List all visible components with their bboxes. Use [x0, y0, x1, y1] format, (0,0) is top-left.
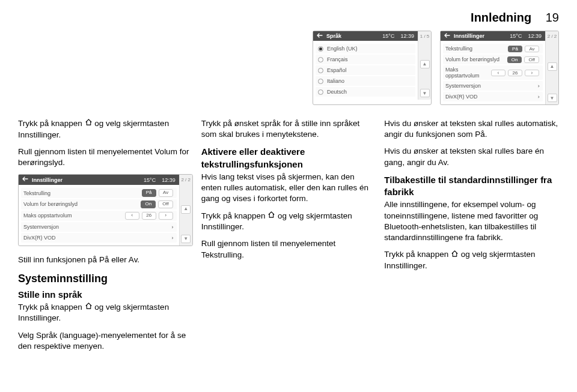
lang-label: Français [327, 56, 413, 62]
back-arrow-icon [444, 32, 450, 40]
screen-title: Språk [326, 33, 376, 39]
settings-row: TekstrullingPåAv [443, 44, 543, 53]
header-title: Innledning [471, 11, 531, 24]
radio-icon [318, 46, 323, 52]
stepper-left-icon: ‹ [125, 212, 139, 220]
back-arrow-icon [317, 32, 323, 40]
screen-scrollbar: 1 / 5 ▲ ▼ [418, 31, 431, 100]
row-label: Systemversjon [445, 83, 537, 89]
lang-label: Italiano [327, 78, 413, 84]
screen-clock: 12:39 [528, 33, 542, 39]
radio-icon [318, 68, 323, 73]
home-icon [85, 118, 93, 129]
screen-title: Innstillinger [32, 176, 138, 184]
chevron-right-icon: › [537, 83, 540, 89]
toggle-on: På [142, 189, 156, 197]
stepper-value: 26 [508, 70, 522, 76]
heading-tilbakestille: Tilbakestille til standardinnstillinger … [384, 174, 559, 199]
stepper-value: 26 [142, 212, 156, 220]
paragraph: Trykk på knappen og velg skjermtasten In… [384, 249, 559, 271]
radio-icon [318, 89, 323, 95]
screenshot-settings-menu: Innstillinger 15°C 12:39 TekstrullingPåA… [18, 174, 193, 246]
column-2: Trykk på ønsket språk for å stille inn s… [201, 118, 376, 358]
text: Trykk på knappen [384, 250, 451, 259]
settings-row: Maks oppstartvolum‹26› [443, 65, 543, 80]
screen-temp: 15°C [382, 33, 394, 39]
screen-clock: 12:39 [162, 176, 176, 184]
row-label: Tekstrulling [23, 190, 141, 197]
heading-stille-inn-sprak: Stille inn språk [18, 289, 193, 301]
page-header: Innledning 19 [18, 11, 559, 25]
toggle-off: Av [159, 189, 173, 197]
row-label: Volum for berøringslyd [23, 201, 139, 208]
page-indicator: 1 / 5 [420, 34, 430, 39]
radio-icon [318, 57, 323, 62]
lang-label: Español [327, 67, 413, 73]
scroll-down-icon: ▼ [420, 89, 430, 97]
settings-row: DivX(R) VOD› [21, 233, 177, 243]
column-1: Trykk på knappen og velg skjermtasten In… [18, 118, 193, 358]
screen-temp: 15°C [510, 33, 522, 39]
screenshot-settings-menu: Innstillinger 15°C 12:39 TekstrullingPåA… [440, 31, 559, 105]
scroll-up-icon: ▲ [548, 62, 557, 71]
stepper-right-icon: › [159, 212, 173, 220]
row-label: Maks oppstartvolum [445, 67, 490, 79]
settings-row: Volum for berøringslydOnOff [21, 199, 177, 210]
home-icon [267, 211, 275, 222]
row-label: Tekstrulling [445, 46, 507, 52]
lang-row: English (UK) [316, 44, 415, 53]
screen-list: TekstrullingPåAv Volum for berøringslydO… [19, 185, 179, 246]
settings-row: Volum for berøringslydOnOff [443, 55, 543, 64]
screen-titlebar: Språk 15°C 12:39 [313, 31, 418, 41]
scroll-up-icon: ▲ [420, 60, 430, 68]
paragraph: Still inn funksjonen på På eller Av. [18, 255, 193, 265]
settings-row: Systemversjon› [443, 81, 543, 91]
page-indicator: 2 / 2 [548, 34, 557, 39]
heading-systeminnstilling: Systeminnstilling [18, 271, 193, 286]
row-label: Maks oppstartvolum [23, 212, 124, 219]
paragraph: Trykk på ønsket språk for å stille inn s… [201, 118, 376, 140]
paragraph: Rull gjennom listen til menyelementet Te… [201, 238, 376, 260]
paragraph: Rull gjennom listen til menyelementet Vo… [18, 146, 193, 168]
page-indicator: 2 / 2 [181, 177, 191, 184]
scroll-down-icon: ▼ [548, 94, 557, 102]
screen-temp: 15°C [144, 176, 156, 184]
heading-tekstrulling: Aktivere eller deaktivere tekstrullingsf… [201, 146, 376, 170]
paragraph: Velg Språk (language)-menyelementet for … [18, 330, 193, 352]
settings-row: TekstrullingPåAv [21, 188, 177, 198]
lang-row: Italiano [316, 76, 415, 86]
paragraph: Alle innstillingene, for eksempel volum-… [384, 199, 559, 243]
paragraph: Trykk på knappen og velg skjermtasten In… [18, 302, 193, 324]
screen-titlebar: Innstillinger 15°C 12:39 [19, 175, 179, 185]
text: Trykk på knappen [18, 303, 85, 312]
radio-icon [318, 79, 323, 84]
paragraph: Trykk på knappen og velg skjermtasten In… [18, 118, 193, 140]
screen-list: English (UK) Français Español Italiano D… [313, 41, 418, 100]
lang-row: Deutsch [316, 87, 415, 97]
column-3: Hvis du ønsker at teksten skal rulles au… [384, 118, 559, 358]
screenshot-language-menu: Språk 15°C 12:39 English (UK) Français E… [313, 31, 432, 105]
toggle-off: Av [525, 46, 539, 52]
row-label: Volum for berøringslyd [445, 56, 506, 62]
toggle-off: Off [524, 56, 539, 63]
scroll-up-icon: ▲ [181, 205, 191, 214]
paragraph: Hvis lang tekst vises på skjermen, kan d… [201, 172, 376, 205]
text: Trykk på knappen [18, 119, 85, 128]
row-label: DivX(R) VOD [23, 234, 171, 241]
chevron-right-icon: › [171, 223, 174, 231]
stepper-right-icon: › [525, 70, 539, 76]
screen-titlebar: Innstillinger 15°C 12:39 [441, 31, 545, 41]
settings-row: DivX(R) VOD› [443, 92, 543, 101]
row-label: Systemversjon [23, 223, 171, 231]
lang-row: Français [316, 55, 415, 64]
toggle-on: On [141, 201, 156, 208]
screen-list: TekstrullingPåAv Volum for berøringslydO… [441, 41, 545, 104]
lang-row: Español [316, 65, 415, 75]
home-icon [85, 302, 93, 313]
home-icon [451, 250, 459, 261]
scroll-down-icon: ▼ [181, 235, 191, 243]
lang-label: English (UK) [327, 46, 413, 52]
paragraph: Hvis du ønsker at teksten skal rulles ba… [384, 146, 559, 167]
paragraph: Hvis du ønsker at teksten skal rulles au… [384, 118, 559, 140]
toggle-on: På [508, 46, 522, 52]
